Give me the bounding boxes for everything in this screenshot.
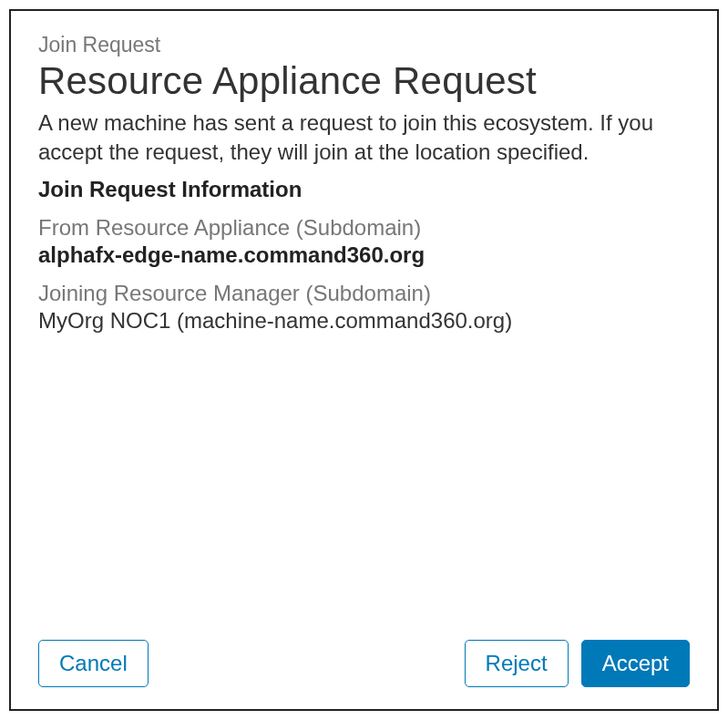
- join-request-info-heading: Join Request Information: [38, 177, 690, 202]
- cancel-button[interactable]: Cancel: [38, 640, 149, 687]
- dialog-description: A new machine has sent a request to join…: [38, 108, 690, 168]
- resource-manager-value: MyOrg NOC1 (machine-name.command360.org): [38, 308, 690, 334]
- reject-button[interactable]: Reject: [465, 640, 569, 687]
- join-request-dialog: Join Request Resource Appliance Request …: [9, 9, 719, 711]
- from-appliance-label: From Resource Appliance (Subdomain): [38, 215, 690, 241]
- dialog-title: Resource Appliance Request: [38, 59, 690, 103]
- dialog-content: Join Request Resource Appliance Request …: [38, 33, 690, 623]
- resource-manager-label: Joining Resource Manager (Subdomain): [38, 281, 690, 306]
- from-appliance-value: alphafx-edge-name.command360.org: [38, 242, 690, 268]
- accept-button[interactable]: Accept: [581, 640, 690, 687]
- dialog-eyebrow: Join Request: [38, 33, 690, 57]
- dialog-footer: Cancel Reject Accept: [38, 623, 690, 687]
